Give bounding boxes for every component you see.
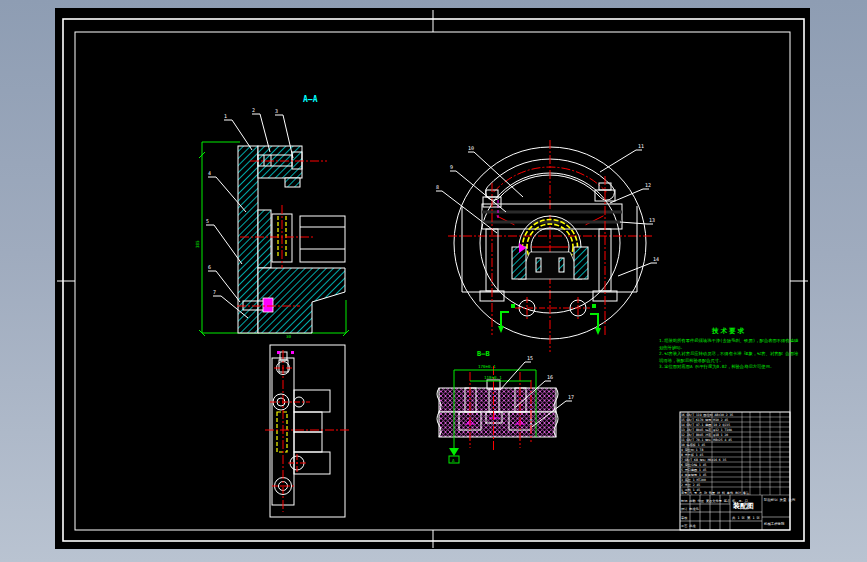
balloon: 7 bbox=[213, 289, 216, 295]
aa-dim-vertical: 385 bbox=[195, 240, 200, 248]
svg-text:8 支承板 1 45: 8 支承板 1 45 bbox=[681, 453, 703, 457]
sig-row: 设计 标准化 bbox=[681, 507, 700, 511]
svg-text:13 JB/T 8045 钻套 φ12 1 T1: 13 JB/T 8045 钻套 φ12 1 T10A bbox=[681, 428, 732, 432]
parts-list-header: 序号 代 号 名 称 数量 材 料 单件 总计 备注 bbox=[681, 491, 749, 495]
balloon: 1 bbox=[224, 113, 227, 119]
svg-text:12 JB/T 8045 衬套 φ18 1 20: 12 JB/T 8045 衬套 φ18 1 20 bbox=[681, 433, 728, 437]
drawing-title: 装配图 bbox=[732, 502, 754, 510]
balloon: 12 bbox=[645, 182, 651, 188]
view-label-aa: A—A bbox=[303, 95, 318, 104]
org-name: 机械工程学院 bbox=[764, 521, 785, 526]
balloon: 13 bbox=[649, 217, 655, 223]
aa-dim-horizontal: 30 bbox=[286, 334, 292, 339]
balloon: 4 bbox=[208, 170, 211, 176]
balloon: 16 bbox=[547, 374, 553, 380]
svg-text:14 GB/T 97.1 垫圈 10 2 Q2: 14 GB/T 97.1 垫圈 10 2 Q235 bbox=[681, 423, 730, 427]
notes-title: 技术要求 bbox=[711, 327, 746, 335]
notes-line: 1.组装前所有零件必须清洗干净(去除毛刺、铁屑)，配合表面不得有磕碰 bbox=[659, 337, 799, 344]
balloon: 10 bbox=[468, 145, 474, 151]
bb-dim-0: 170±0.1 bbox=[478, 364, 496, 369]
bb-dim-1: 118±0.1 bbox=[484, 375, 502, 380]
balloon: 15 bbox=[527, 355, 533, 361]
balloon: 14 bbox=[653, 256, 659, 262]
cad-workspace: A—A 385 30 bbox=[0, 0, 867, 562]
stage-row: 阶段标记 质量 比例 bbox=[764, 497, 796, 502]
sig-row: 工艺 批准 bbox=[681, 524, 696, 528]
svg-text:3 底座 1 HT: 3 底座 1 HT200 bbox=[681, 478, 706, 482]
svg-text:7 GB/T 68 螺钉 M6×16 6 35: 7 GB/T 68 螺钉 M6×16 6 35 bbox=[681, 458, 726, 462]
balloon: 3 bbox=[275, 108, 278, 114]
balloon: 6 bbox=[208, 264, 211, 270]
svg-text:15 GB/T 6170 螺母 M10 2 45: 15 GB/T 6170 螺母 M10 2 45 bbox=[681, 418, 728, 422]
balloon: 2 bbox=[252, 107, 255, 113]
svg-text:10 钻模板 1 45: 10 钻模板 1 45 bbox=[681, 443, 705, 447]
svg-text:9 定位销 1 T8: 9 定位销 1 T8 bbox=[681, 448, 703, 452]
balloon: 11 bbox=[638, 143, 644, 149]
svg-text:16 GB/T 119 圆柱销 A8×30 2 35: 16 GB/T 119 圆柱销 A8×30 2 35 bbox=[681, 413, 733, 417]
svg-text:6 定位心轴 1 45: 6 定位心轴 1 45 bbox=[681, 463, 707, 467]
balloon: 9 bbox=[450, 164, 453, 170]
svg-text:11 GB/T 70.1 螺钉 M8×25 4 45: 11 GB/T 70.1 螺钉 M8×25 4 45 bbox=[681, 438, 732, 442]
view-label-bb: B—B bbox=[477, 350, 490, 358]
balloon: 8 bbox=[436, 184, 439, 190]
balloon: 5 bbox=[206, 218, 209, 224]
balloon: 17 bbox=[568, 394, 574, 400]
svg-text:2 支座 2 45: 2 支座 2 45 bbox=[681, 483, 700, 487]
sig-row: 审核 bbox=[681, 516, 688, 520]
svg-text:5 开口垫圈 1 45: 5 开口垫圈 1 45 bbox=[681, 468, 707, 472]
svg-text:4 夹紧螺母 1 45: 4 夹紧螺母 1 45 bbox=[681, 473, 707, 477]
drawing-canvas[interactable]: A—A 385 30 bbox=[0, 0, 867, 562]
sheet-count: 共 1 张 第 1 张 bbox=[732, 516, 760, 520]
